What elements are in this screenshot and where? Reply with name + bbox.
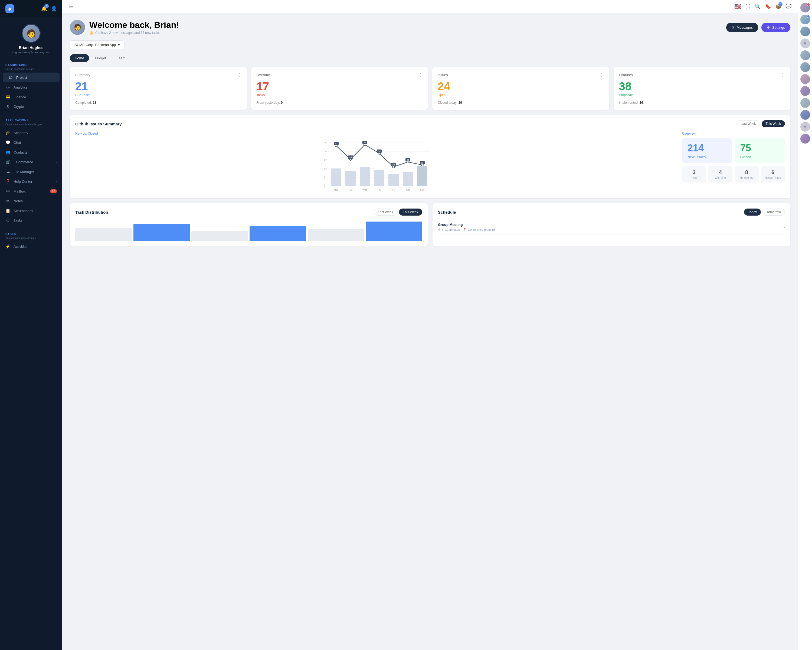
analytics-icon: ◷ bbox=[5, 85, 10, 90]
messages-icon[interactable]: 💬 bbox=[786, 3, 791, 9]
project-icon: ☑ bbox=[8, 75, 13, 80]
svg-text:Thu: Thu bbox=[377, 188, 382, 191]
stat-menu-icon[interactable]: ⋮ bbox=[418, 72, 423, 78]
right-avatar-5[interactable] bbox=[800, 50, 810, 60]
svg-text:Tue: Tue bbox=[348, 188, 353, 191]
project-selector[interactable]: ACME Corp. Backend App ▾ bbox=[70, 40, 125, 49]
stat-number-issues: 24 bbox=[438, 81, 604, 92]
this-week-button[interactable]: This Week bbox=[762, 120, 785, 127]
welcome-text: Welcome back, Brian! 🔔 You have 2 new me… bbox=[89, 20, 179, 35]
welcome-avatar: 🧑 bbox=[70, 20, 85, 35]
tab-bar: Home Budget Team bbox=[70, 54, 791, 62]
sidebar-item-crypto[interactable]: $ Crypto bbox=[0, 102, 62, 111]
svg-text:Wed: Wed bbox=[362, 188, 367, 191]
welcome-subtext: 🔔 You have 2 new messages and 15 new tas… bbox=[89, 31, 179, 35]
stat-card-header: Features ⋮ bbox=[619, 72, 785, 78]
right-avatar-12[interactable] bbox=[800, 134, 810, 144]
svg-text:34: 34 bbox=[378, 150, 380, 153]
user-name: Brian Hughes bbox=[4, 46, 58, 50]
stat-card-features: Features ⋮ 38 Proposals Implemented: 16 bbox=[614, 67, 791, 110]
sidebar-item-notes[interactable]: ✏ Notes bbox=[0, 196, 62, 206]
settings-button[interactable]: ⚙ Settings bbox=[762, 23, 791, 32]
stat-footer-overdue: From yesterday: 9 bbox=[256, 101, 423, 104]
nav-dashboards: DASHBOARDS Unique dashboard designs ☑ Pr… bbox=[0, 58, 62, 113]
last-week-button[interactable]: Last Week bbox=[736, 120, 760, 127]
sidebar-item-filemanager[interactable]: ☁ File Manager bbox=[0, 167, 62, 177]
tab-home[interactable]: Home bbox=[70, 54, 89, 62]
right-avatar-8[interactable] bbox=[800, 86, 810, 96]
tomorrow-button[interactable]: Tomorrow bbox=[762, 208, 785, 216]
right-avatar-11[interactable]: M bbox=[800, 122, 810, 132]
nav-section-label-dashboards: DASHBOARDS bbox=[0, 60, 62, 68]
welcome-greeting: Welcome back, Brian! bbox=[89, 20, 179, 30]
task-dist-last-week-btn[interactable]: Last Week bbox=[374, 208, 397, 216]
svg-text:27: 27 bbox=[324, 159, 327, 161]
project-selector-label: ACME Corp. Backend App bbox=[75, 43, 116, 47]
sidebar-item-academy[interactable]: 🎓 Academy bbox=[0, 128, 62, 138]
stat-menu-icon[interactable]: ⋮ bbox=[600, 72, 604, 78]
gear-icon: ⚙ bbox=[767, 26, 770, 29]
sidebar-item-analytics[interactable]: ◷ Analytics bbox=[0, 82, 62, 92]
right-avatar-2[interactable] bbox=[800, 15, 810, 24]
scrumboard-icon: 📋 bbox=[5, 208, 10, 213]
right-avatar-1[interactable] bbox=[800, 3, 810, 12]
user-icon[interactable]: 👤 bbox=[51, 6, 57, 12]
new-issues-card: 214 New Issues bbox=[682, 138, 732, 163]
closed-issues-label: Closed bbox=[740, 155, 780, 159]
schedule-item-info: Group Meeting ⏱ in 32 minutes 📍 Conferen… bbox=[438, 223, 495, 231]
topbar-right: 🇺🇸 ⛶ 🔍 🔖 📦 5 💬 bbox=[734, 3, 791, 10]
bar-5 bbox=[308, 229, 364, 241]
sidebar-item-label: Analytics bbox=[14, 85, 27, 89]
right-avatar-9[interactable] bbox=[800, 98, 810, 108]
overview-grid: 214 New Issues 75 Closed bbox=[682, 138, 785, 163]
svg-rect-16 bbox=[388, 174, 399, 186]
messages-button[interactable]: ✉ Messages bbox=[726, 23, 758, 32]
right-avatar-6[interactable] bbox=[800, 62, 810, 72]
stat-label-issues: Open bbox=[438, 93, 604, 97]
sidebar-item-mailbox[interactable]: ✉ Mailbox 27 bbox=[0, 186, 62, 196]
right-avatar-7[interactable] bbox=[800, 74, 810, 84]
bottom-row: Task Distribution Last Week This Week bbox=[70, 203, 791, 246]
sidebar-item-tasks[interactable]: ⏱ Tasks bbox=[0, 216, 62, 225]
tab-team[interactable]: Team bbox=[112, 54, 130, 62]
mini-fixed-label: Fixed bbox=[684, 176, 704, 179]
sidebar-item-label: Crypto bbox=[14, 104, 24, 109]
github-section-title: Github Issues Summary bbox=[75, 122, 122, 126]
search-icon[interactable]: 🔍 bbox=[755, 3, 760, 9]
svg-text:Sun: Sun bbox=[420, 188, 424, 191]
tab-budget[interactable]: Budget bbox=[90, 54, 111, 62]
chevron-right-icon[interactable]: › bbox=[783, 224, 785, 230]
nav-section-sublabel-apps: Custom made application designs bbox=[0, 123, 62, 128]
sidebar-item-ecommerce[interactable]: 🛒 ECommerce › bbox=[0, 157, 62, 167]
notification-icon[interactable]: 🔔 3 bbox=[41, 6, 47, 12]
github-issues-card: Github Issues Summary Last Week This Wee… bbox=[70, 115, 791, 198]
stat-menu-icon[interactable]: ⋮ bbox=[781, 72, 785, 78]
sidebar-item-scrumboard[interactable]: 📋 Scrumboard bbox=[0, 206, 62, 216]
task-dist-bar-chart bbox=[75, 219, 422, 241]
right-avatar-10[interactable] bbox=[800, 110, 810, 120]
sidebar-header: ◆ 🔔 3 👤 bbox=[0, 0, 62, 17]
sidebar-item-helpcenter[interactable]: ❓ Help Center › bbox=[0, 177, 62, 186]
svg-rect-13 bbox=[345, 171, 356, 186]
right-avatar-3[interactable] bbox=[800, 26, 810, 36]
stat-menu-icon[interactable]: ⋮ bbox=[237, 72, 241, 78]
task-dist-this-week-btn[interactable]: This Week bbox=[399, 208, 422, 216]
right-avatar-4[interactable]: M bbox=[800, 38, 810, 48]
stat-footer-value: 16 bbox=[640, 101, 643, 104]
sidebar-item-finance[interactable]: 💳 Finance bbox=[0, 92, 62, 102]
expand-icon[interactable]: ⛶ bbox=[745, 4, 750, 9]
stats-grid: Summary ⋮ 21 Due Tasks Completed: 13 Ove… bbox=[70, 67, 791, 110]
hamburger-icon[interactable]: ☰ bbox=[69, 3, 73, 9]
app-logo[interactable]: ◆ bbox=[5, 5, 14, 13]
today-button[interactable]: Today bbox=[744, 208, 761, 216]
sidebar-item-label: Scrumboard bbox=[14, 209, 33, 213]
sidebar-item-project[interactable]: ☑ Project bbox=[3, 73, 60, 82]
stat-title-summary: Summary bbox=[75, 73, 90, 77]
sidebar-item-activities[interactable]: ⚡ Activities bbox=[0, 242, 62, 251]
stat-footer-text: Closed today: bbox=[438, 101, 458, 104]
inbox-icon[interactable]: 📦 5 bbox=[775, 3, 781, 9]
sidebar-item-chat[interactable]: 💬 Chat bbox=[0, 138, 62, 147]
flag-icon[interactable]: 🇺🇸 bbox=[734, 3, 741, 10]
sidebar-item-contacts[interactable]: 👥 Contacts bbox=[0, 147, 62, 157]
bookmark-icon[interactable]: 🔖 bbox=[765, 3, 771, 9]
